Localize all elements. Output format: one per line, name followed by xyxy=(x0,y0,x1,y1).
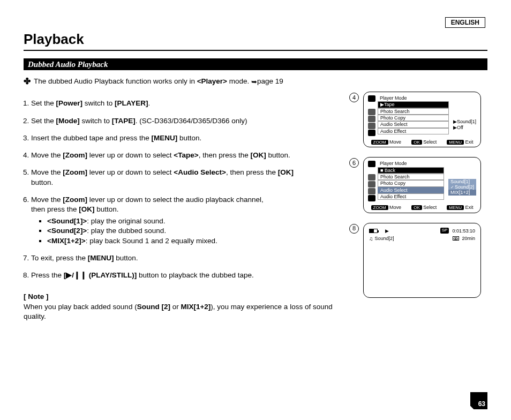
option-sound1: Sound[1] xyxy=(448,179,476,184)
menu-item: Photo Copy xyxy=(378,115,449,121)
menu-item: Photo Copy xyxy=(378,180,444,186)
play-icon: ▶ xyxy=(385,228,389,234)
photo-icon xyxy=(368,109,375,115)
diagrams-column: 4 Player Mode ▶Tape Photo Search xyxy=(349,92,487,321)
tape-remaining: 20min xyxy=(462,235,475,242)
menu-tag: MENU xyxy=(447,205,464,210)
step-4: Move the [Zoom] lever up or down to sele… xyxy=(31,151,343,160)
battery-icon xyxy=(369,229,378,233)
hint-bar: ZOOM Move OK Select MENU Exit xyxy=(368,139,476,145)
intro-prefix: The dubbed Audio Playback function works… xyxy=(34,77,197,85)
step-2: Set the [Mode] switch to [TAPE]. (SC-D36… xyxy=(31,116,343,126)
display-icon xyxy=(368,123,375,129)
section-header: Dubbed Audio Playback xyxy=(24,58,487,70)
page-title: Playback xyxy=(24,30,487,51)
settings-icon xyxy=(368,195,375,201)
icon-column xyxy=(368,95,375,136)
option-sound2-selected: Sound[2] xyxy=(448,184,476,190)
cross-bullet-icon: ✤ xyxy=(24,76,31,87)
steps-column: Set the [Power] switch to [PLAYER]. Set … xyxy=(24,92,349,321)
display-icon xyxy=(368,188,375,194)
option-mix: MIX[1+2] xyxy=(448,190,476,195)
screen-frame-6: Player Mode ■ Back Photo Search Photo Co… xyxy=(363,157,481,213)
step-3: Insert the dubbed tape and press the [ME… xyxy=(31,133,343,143)
diagram-number-8: 8 xyxy=(349,224,359,234)
music-note-icon: ♫ xyxy=(369,235,373,243)
camera-icon xyxy=(368,95,375,102)
diagram-number-6: 6 xyxy=(349,158,359,168)
language-indicator: ENGLISH xyxy=(445,17,485,28)
timecode: 0:01:53:10 xyxy=(452,228,475,234)
ok-tag: OK xyxy=(411,140,422,145)
icon-column xyxy=(368,161,375,201)
intro-suffix: mode. xyxy=(227,77,251,85)
ok-tag: OK xyxy=(411,205,422,210)
step-5: Move the [Zoom] lever up or down to sele… xyxy=(31,168,343,187)
intro-pageref: page 19 xyxy=(257,77,283,85)
arrow-icon: ➥ xyxy=(251,77,257,87)
tape-icon xyxy=(368,116,375,122)
menu-item: Audio Select xyxy=(378,121,449,128)
sound-indicator: Sound[2] xyxy=(375,235,394,242)
photo-icon xyxy=(368,174,375,181)
menu-title: Player Mode xyxy=(378,95,449,101)
settings-icon xyxy=(368,130,375,136)
step-6-sub-3: <MIX[1+2]>: play back Sound 1 and 2 equa… xyxy=(47,236,343,246)
hint-bar: ZOOM Move OK Select MENU Exit xyxy=(368,205,476,210)
screen-frame-4: Player Mode ▶Tape Photo Search Photo Cop… xyxy=(363,92,481,147)
intro-line: ✤ The dubbed Audio Playback function wor… xyxy=(24,76,487,87)
note-label: [ Note ] xyxy=(24,292,49,301)
diagram-number-4: 4 xyxy=(349,93,359,102)
diagram-8: 8 ▶ ♫ Sound[2] xyxy=(349,223,487,298)
step-6-sub-1: <Sound[1]>: play the original sound. xyxy=(47,216,343,226)
side-value: ▶Sound[1] xyxy=(453,119,476,124)
cassette-icon xyxy=(453,236,459,241)
menu-item: Photo Search xyxy=(378,108,449,115)
screen-frame-8: ▶ ♫ Sound[2] SP 0:01:53:10 xyxy=(363,223,481,298)
intro-mode: <Player> xyxy=(197,77,227,85)
note-block: [ Note ] When you play back added sound … xyxy=(24,292,343,321)
sp-tag: SP xyxy=(440,228,449,234)
tape-icon xyxy=(368,181,375,188)
zoom-tag: ZOOM xyxy=(371,205,388,210)
step-6: Move the [Zoom] lever up or down to sele… xyxy=(31,195,343,246)
menu-tape: ▶Tape xyxy=(378,101,449,108)
diagram-4: 4 Player Mode ▶Tape Photo Search xyxy=(349,92,487,147)
menu-back: ■ Back xyxy=(378,167,444,174)
diagram-6: 6 Player Mode ■ Back Photo Search xyxy=(349,157,487,213)
camera-icon xyxy=(368,161,375,167)
step-8: Press the [▶/❙❙ (PLAY/STILL)] button to … xyxy=(31,271,343,280)
section-header-text: Dubbed Audio Playback xyxy=(24,60,112,69)
zoom-tag: ZOOM xyxy=(371,140,388,145)
menu-item: Photo Search xyxy=(378,174,444,180)
menu-item-selected: Audio Select xyxy=(378,187,444,193)
menu-title: Player Mode xyxy=(378,161,444,167)
step-7: To exit, press the [MENU] button. xyxy=(31,253,343,263)
menu-item: Audio Effect xyxy=(378,193,444,200)
step-1: Set the [Power] switch to [PLAYER]. xyxy=(31,99,343,108)
menu-tag: MENU xyxy=(447,140,464,145)
page-number-badge: 63 xyxy=(470,392,487,409)
step-6-sub-2: <Sound[2]>: play the dubbed sound. xyxy=(47,226,343,236)
side-value: ▶Off xyxy=(453,125,476,130)
menu-item: Audio Effect xyxy=(378,128,449,134)
